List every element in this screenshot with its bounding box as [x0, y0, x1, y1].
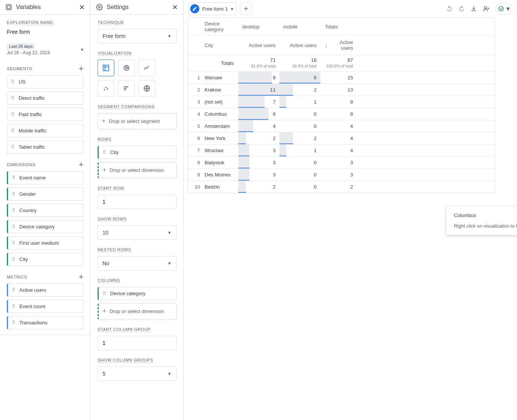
add-dimension-button[interactable]: +	[79, 160, 84, 169]
table-row[interactable]: 7Wroclaw314	[188, 145, 495, 157]
svg-point-6	[104, 89, 105, 90]
redo-button[interactable]	[458, 5, 465, 12]
data-table: Device category desktop mobile Totals Ci…	[188, 17, 495, 193]
tooltip-title: Columbus	[454, 212, 517, 218]
exploration-name[interactable]: Free form	[7, 29, 84, 35]
plus-icon: +	[102, 117, 106, 125]
metrics-label: METRICS	[7, 275, 27, 279]
share-button[interactable]	[482, 5, 490, 12]
svg-point-7	[105, 87, 106, 88]
list-item[interactable]: ⠿Mobile traffic	[7, 124, 84, 137]
table-row[interactable]: 10Bedzin202	[188, 181, 495, 193]
table-row[interactable]: 2Krakow11213	[188, 84, 495, 96]
row-city: Bialystok	[202, 157, 238, 168]
list-item[interactable]: ⠿Country	[7, 204, 84, 217]
columns-chip-device-category[interactable]: ⠿ Device category	[98, 287, 177, 300]
header-metric-desktop[interactable]: Active users	[238, 36, 279, 55]
list-item[interactable]: ⠿First user medium	[7, 236, 84, 250]
grip-icon: ⠿	[11, 79, 15, 85]
start-row-input[interactable]	[98, 195, 177, 209]
grip-icon: ⠿	[12, 287, 16, 293]
visualization-label: VISUALIZATION	[98, 51, 132, 56]
grip-icon: ⠿	[12, 175, 16, 181]
viz-scatter-button[interactable]	[98, 80, 114, 97]
date-range: Jul 26 - Aug 22, 2024	[7, 50, 50, 55]
list-item[interactable]: ⠿Tablet traffic	[7, 140, 84, 154]
list-item[interactable]: ⠿Transactions	[7, 316, 84, 329]
header-mobile[interactable]: mobile	[279, 18, 320, 35]
cell-total: 4	[320, 132, 358, 144]
list-item[interactable]: ⠿Paid traffic	[7, 108, 84, 121]
date-range-picker[interactable]: Last 28 days Jul 26 - Aug 22, 2024 ▾	[7, 42, 84, 58]
viz-table-button[interactable]	[98, 60, 114, 76]
columns-label: COLUMNS	[98, 278, 120, 283]
row-city: Columbus	[202, 108, 238, 120]
table-row[interactable]: 8Bialystok303	[188, 157, 495, 169]
list-item[interactable]: ⠿Event count	[7, 300, 84, 313]
cell-desktop: 3	[238, 145, 279, 156]
viz-donut-button[interactable]	[118, 60, 135, 76]
cell-desktop: 2	[238, 181, 279, 193]
viz-geo-button[interactable]	[139, 80, 155, 97]
plus-icon: +	[102, 307, 107, 315]
segment-comparisons-label: SEGMENT COMPARISONS	[98, 104, 154, 109]
table-row[interactable]: 6New York224	[188, 132, 495, 145]
grip-icon: ⠿	[102, 149, 106, 155]
cell-desktop: 7	[238, 96, 279, 108]
nested-rows-select[interactable]: No ▼	[98, 256, 177, 271]
columns-dropzone[interactable]: + Drop or select dimension	[98, 303, 177, 319]
close-icon[interactable]	[79, 4, 85, 10]
list-item[interactable]: ⠿City	[7, 253, 84, 266]
header-city[interactable]: City	[202, 36, 238, 55]
svg-rect-1	[7, 6, 10, 9]
row-city: Warsaw	[202, 72, 238, 83]
grip-icon: ⠿	[11, 128, 15, 134]
table-row[interactable]: 1Warsaw9615	[188, 72, 495, 84]
rows-dropzone[interactable]: + Drop or select dimension	[98, 162, 177, 178]
totals-all: 87 100.0% of total	[320, 55, 358, 71]
list-item[interactable]: ⠿Direct traffic	[7, 91, 84, 105]
download-button[interactable]	[470, 5, 477, 12]
add-tab-button[interactable]: +	[240, 3, 252, 15]
date-preset: Last 28 days	[7, 43, 35, 49]
table-row[interactable]: 5Amsterdam404	[188, 120, 495, 132]
cell-total: 3	[320, 169, 358, 181]
header-sort-metric[interactable]: ↓Active users	[320, 36, 358, 55]
cell-desktop: 2	[238, 132, 279, 144]
rows-label: ROWS	[98, 137, 112, 142]
table-row[interactable]: 4Columbus808	[188, 108, 495, 120]
add-segment-button[interactable]: +	[79, 64, 84, 73]
table-row[interactable]: 9Des Moines303	[188, 169, 495, 181]
chevron-down-icon[interactable]: ▾	[231, 6, 233, 12]
viz-bar-button[interactable]	[118, 80, 135, 97]
tab-freeform[interactable]: Free form 1 ▾	[188, 2, 237, 15]
status-indicator[interactable]: ▾	[495, 3, 512, 15]
cell-mobile: 0	[279, 181, 320, 193]
segment-dropzone[interactable]: + Drop or select segment	[98, 113, 177, 129]
list-item[interactable]: ⠿US	[7, 75, 84, 88]
cell-mobile: 2	[279, 132, 320, 144]
table-row[interactable]: 3(not set)718	[188, 96, 495, 108]
header-desktop[interactable]: desktop	[238, 18, 279, 35]
add-metric-button[interactable]: +	[79, 273, 84, 281]
viz-line-button[interactable]	[139, 60, 155, 76]
header-metric-mobile[interactable]: Active users	[279, 36, 320, 55]
list-item[interactable]: ⠿Event name	[7, 171, 84, 184]
undo-button[interactable]	[446, 5, 453, 12]
cell-mobile: 0	[279, 157, 320, 168]
cell-desktop: 11	[238, 84, 279, 96]
list-item[interactable]: ⠿Active users	[7, 283, 84, 297]
technique-select[interactable]: Free form ▼	[98, 29, 177, 43]
variables-icon	[5, 4, 12, 11]
show-rows-label: SHOW ROWS	[98, 217, 127, 222]
close-icon[interactable]	[172, 4, 178, 10]
list-item[interactable]: ⠿Device category	[7, 220, 84, 233]
show-rows-select[interactable]: 10 ▼	[98, 225, 177, 240]
show-column-groups-select[interactable]: 5 ▼	[98, 367, 177, 381]
header-device-category: Device category	[202, 18, 238, 35]
list-item[interactable]: ⠿Gender	[7, 187, 84, 201]
cell-desktop: 4	[238, 120, 279, 132]
svg-point-5	[126, 67, 128, 69]
start-column-input[interactable]	[98, 336, 177, 350]
rows-chip-city[interactable]: ⠿ City	[98, 146, 177, 159]
